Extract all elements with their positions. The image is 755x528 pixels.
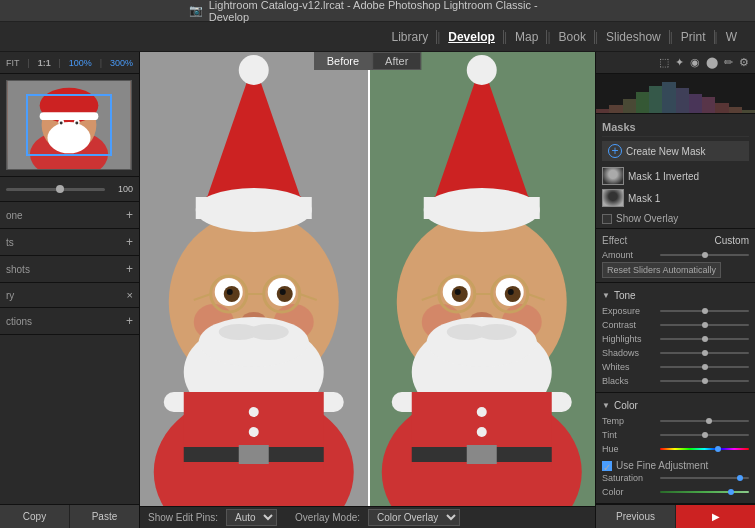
fine-adjustment-checkbox[interactable]: ✓ bbox=[602, 461, 612, 471]
nav-slideshow[interactable]: Slideshow bbox=[598, 30, 670, 44]
right-bottom-btn2[interactable]: ▶ bbox=[676, 505, 755, 528]
temp-thumb bbox=[706, 418, 712, 424]
saturation-slider[interactable] bbox=[660, 477, 749, 479]
exposure-label: Exposure bbox=[602, 306, 657, 316]
section-1-add[interactable]: + bbox=[126, 208, 133, 222]
svg-point-74 bbox=[466, 55, 496, 85]
create-new-mask-button[interactable]: + Create New Mask bbox=[602, 141, 749, 161]
previous-button[interactable]: Previous bbox=[596, 505, 676, 528]
icon-heal[interactable]: ✦ bbox=[675, 56, 684, 69]
exposure-thumb bbox=[702, 308, 708, 314]
color2-slider[interactable] bbox=[660, 491, 749, 493]
icon-red-eye[interactable]: ◉ bbox=[690, 56, 700, 69]
before-label[interactable]: Before bbox=[314, 52, 372, 70]
after-label[interactable]: After bbox=[372, 52, 421, 70]
section-2-add[interactable]: + bbox=[126, 235, 133, 249]
blacks-slider[interactable] bbox=[660, 380, 749, 382]
show-edit-pins-label: Show Edit Pins: bbox=[148, 512, 218, 523]
icon-pencil[interactable]: ✏ bbox=[724, 56, 733, 69]
nav-map[interactable]: Map bbox=[507, 30, 547, 44]
hist-bar-12 bbox=[742, 110, 755, 113]
color-triangle-icon: ▼ bbox=[602, 401, 610, 410]
highlights-slider[interactable] bbox=[660, 338, 749, 340]
section-3-add[interactable]: + bbox=[126, 262, 133, 276]
svg-point-41 bbox=[249, 407, 259, 417]
hist-bar-4 bbox=[636, 92, 649, 113]
left-section-3: shots + bbox=[0, 256, 139, 283]
icon-mask[interactable]: ⬤ bbox=[706, 56, 718, 69]
svg-point-56 bbox=[454, 289, 460, 295]
section-4-close[interactable]: × bbox=[127, 289, 133, 301]
mask-thumb-2[interactable] bbox=[602, 189, 624, 207]
temp-slider[interactable] bbox=[660, 420, 749, 422]
main-slider-thumb[interactable] bbox=[56, 185, 64, 193]
auto-dropdown[interactable]: Auto bbox=[226, 509, 277, 526]
tone-header[interactable]: ▼ Tone bbox=[602, 287, 749, 304]
tint-label: Tint bbox=[602, 430, 657, 440]
shadows-slider[interactable] bbox=[660, 352, 749, 354]
titlebar: 📷 Lightroom Catalog-v12.lrcat - Adobe Ph… bbox=[0, 0, 755, 22]
hist-bar-5 bbox=[649, 86, 662, 113]
mask-thumb-2-image bbox=[603, 190, 623, 206]
thumbnail-area bbox=[0, 74, 139, 177]
nav-items: Library | Develop | Map | Book | Slidesh… bbox=[383, 30, 745, 44]
svg-point-22 bbox=[280, 289, 286, 295]
titlebar-text: Lightroom Catalog-v12.lrcat - Adobe Phot… bbox=[209, 0, 567, 23]
svg-rect-73 bbox=[423, 197, 539, 219]
hue-label: Hue bbox=[602, 444, 657, 454]
masks-title: Masks bbox=[602, 118, 749, 137]
exposure-slider[interactable] bbox=[660, 310, 749, 312]
contrast-slider[interactable] bbox=[660, 324, 749, 326]
show-overlay-label: Show Overlay bbox=[616, 213, 678, 224]
mask-thumb-1[interactable] bbox=[602, 167, 624, 185]
left-bottom-buttons: Copy Paste bbox=[0, 504, 139, 528]
nav-library[interactable]: Library bbox=[383, 30, 437, 44]
nav-book[interactable]: Book bbox=[551, 30, 595, 44]
copy-button[interactable]: Copy bbox=[0, 505, 70, 528]
svg-point-42 bbox=[249, 427, 259, 437]
hue-slider[interactable] bbox=[660, 448, 749, 450]
hist-bar-3 bbox=[623, 99, 636, 113]
thumbnail-box[interactable] bbox=[6, 80, 132, 170]
mask-item-2: Mask 1 bbox=[602, 187, 749, 209]
zoom-300[interactable]: 300% bbox=[110, 58, 133, 68]
show-overlay-checkbox[interactable] bbox=[602, 214, 612, 224]
tint-slider[interactable] bbox=[660, 434, 749, 436]
reset-sliders-button[interactable]: Reset Sliders Automatically bbox=[602, 262, 721, 278]
svg-rect-44 bbox=[239, 445, 269, 464]
fine-adjustment-row: ✓ Use Fine Adjustment bbox=[602, 460, 749, 471]
fit-label[interactable]: FIT bbox=[6, 58, 20, 68]
color-section: ▼ Color Temp Tint Hue bbox=[596, 393, 755, 504]
left-section-5: ctions + bbox=[0, 308, 139, 335]
zoom-1to1[interactable]: 1:1 bbox=[38, 58, 51, 68]
icon-crop[interactable]: ⬚ bbox=[659, 56, 669, 69]
split-line[interactable] bbox=[368, 52, 370, 528]
icon-settings[interactable]: ⚙ bbox=[739, 56, 749, 69]
nav-print[interactable]: Print bbox=[673, 30, 715, 44]
whites-slider[interactable] bbox=[660, 366, 749, 368]
main-slider-track[interactable] bbox=[6, 188, 105, 191]
color-overlay-dropdown[interactable]: Color Overlay bbox=[368, 509, 460, 526]
paste-button[interactable]: Paste bbox=[70, 505, 139, 528]
temp-row: Temp bbox=[602, 414, 749, 428]
section-4-label: ry bbox=[6, 290, 14, 301]
mask-item-1: Mask 1 Inverted bbox=[602, 165, 749, 187]
nav-w[interactable]: W bbox=[718, 30, 745, 44]
center-area: Before After bbox=[140, 52, 595, 528]
section-2-label: ts bbox=[6, 237, 14, 248]
nav-develop[interactable]: Develop bbox=[440, 30, 504, 44]
mask-2-label[interactable]: Mask 1 bbox=[628, 193, 660, 204]
tint-thumb bbox=[702, 432, 708, 438]
highlights-label: Highlights bbox=[602, 334, 657, 344]
mask-1-label[interactable]: Mask 1 Inverted bbox=[628, 171, 699, 182]
amount-slider-thumb bbox=[702, 252, 708, 258]
section-5-add[interactable]: + bbox=[126, 314, 133, 328]
whites-row: Whites bbox=[602, 360, 749, 374]
exposure-row: Exposure bbox=[602, 304, 749, 318]
zoom-100[interactable]: 100% bbox=[69, 58, 92, 68]
tint-row: Tint bbox=[602, 428, 749, 442]
effect-dropdown[interactable]: Custom bbox=[715, 235, 749, 246]
hist-bar-6 bbox=[662, 82, 675, 113]
amount-slider[interactable] bbox=[660, 254, 749, 256]
color-header[interactable]: ▼ Color bbox=[602, 397, 749, 414]
